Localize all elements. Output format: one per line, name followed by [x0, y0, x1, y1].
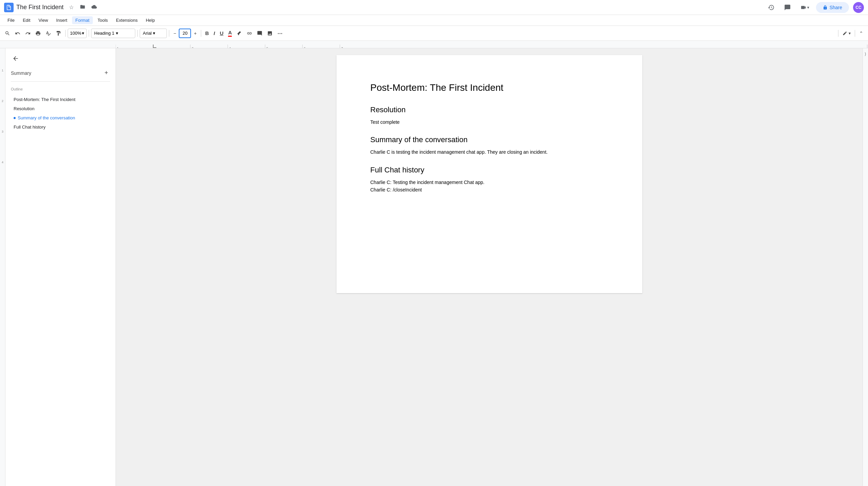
font-size-minus-button[interactable]: −: [171, 28, 178, 39]
outline-item-2[interactable]: Summary of the conversation: [11, 114, 110, 122]
underline-button[interactable]: U: [218, 28, 226, 39]
font-dropdown-icon: ▾: [153, 31, 155, 36]
outline-item-0[interactable]: Post-Mortem: The First Incident: [11, 95, 110, 104]
undo-button[interactable]: [13, 28, 22, 39]
sidebar: Summary + Outline Post-Mortem: The First…: [5, 48, 116, 486]
folder-button[interactable]: [79, 3, 87, 12]
title-icons: ☆: [68, 3, 98, 12]
left-ruler: 1 2 3 4: [0, 48, 5, 486]
share-label: Share: [830, 5, 842, 10]
menu-insert[interactable]: Insert: [53, 16, 71, 24]
sidebar-back-button[interactable]: [11, 54, 20, 63]
star-button[interactable]: ☆: [68, 3, 75, 12]
spellcheck-button[interactable]: [44, 28, 53, 39]
font-size-plus-button[interactable]: +: [192, 28, 198, 39]
outline-item-3-label: Full Chat history: [14, 124, 46, 130]
outline-item-2-label: Summary of the conversation: [18, 115, 75, 120]
svg-text:4: 4: [229, 47, 231, 49]
menu-file[interactable]: File: [4, 16, 18, 24]
font-size-input[interactable]: 20: [179, 29, 191, 38]
ruler: 1 2 3 4 5 6 7: [0, 41, 868, 48]
zoom-dropdown-icon: ▾: [82, 31, 84, 36]
paint-format-button[interactable]: [54, 28, 63, 39]
svg-text:7: 7: [341, 47, 343, 49]
menu-tools[interactable]: Tools: [94, 16, 111, 24]
divider-right: [838, 30, 838, 37]
svg-text:1: 1: [117, 47, 119, 49]
highlight-button[interactable]: [235, 28, 244, 39]
section-content-1: Charlie C is testing the incident manage…: [370, 148, 615, 156]
image-button[interactable]: [265, 28, 275, 39]
divider-4: [169, 30, 169, 37]
edit-mode-button[interactable]: ▾: [840, 28, 853, 39]
document-page[interactable]: Post-Mortem: The First Incident Resoluti…: [336, 55, 642, 293]
meet-dropdown: ▾: [807, 5, 809, 10]
italic-button[interactable]: I: [211, 28, 217, 39]
outline-item-1[interactable]: Resolution: [11, 104, 110, 113]
share-button[interactable]: Share: [816, 2, 849, 13]
menu-view[interactable]: View: [35, 16, 51, 24]
section-heading-0: Resolution: [370, 105, 615, 114]
svg-text:5: 5: [266, 47, 268, 49]
svg-text:3: 3: [192, 47, 193, 49]
divider-1: [65, 30, 66, 37]
comment-button[interactable]: [255, 28, 264, 39]
add-summary-button[interactable]: +: [102, 69, 110, 77]
divider-2: [89, 30, 89, 37]
meet-button[interactable]: ▾: [798, 1, 812, 14]
redo-button[interactable]: [23, 28, 33, 39]
summary-label: Summary: [11, 70, 31, 76]
collapse-right-button[interactable]: ⟩: [865, 52, 866, 56]
bold-button[interactable]: B: [203, 28, 211, 39]
font-size-value: 20: [183, 31, 187, 36]
search-button[interactable]: [3, 28, 12, 39]
cloud-button[interactable]: [90, 3, 98, 12]
toolbar: 100% ▾ Heading 1 ▾ Arial ▾ − 20 + B I U …: [0, 26, 868, 41]
avatar-initials: CC: [855, 5, 861, 10]
text-color-button[interactable]: A: [226, 28, 234, 39]
outline-label: Outline: [11, 87, 110, 91]
zoom-selector[interactable]: 100% ▾: [68, 29, 87, 38]
collapse-toolbar-button[interactable]: ⌃: [857, 28, 865, 39]
menu-bar: File Edit View Insert Format Tools Exten…: [0, 15, 868, 26]
zoom-value: 100%: [70, 31, 81, 36]
title-bar: The First Incident ☆ ▾ Share CC: [0, 0, 868, 15]
outline-item-3[interactable]: Full Chat history: [11, 123, 110, 131]
sidebar-divider: [11, 81, 110, 82]
doc-icon: [4, 3, 14, 12]
style-value: Heading 1: [94, 31, 114, 36]
text-color-icon: A: [228, 30, 232, 37]
divider-5: [201, 30, 201, 37]
right-panel: ⟩: [863, 48, 868, 486]
menu-format[interactable]: Format: [72, 16, 93, 24]
comments-toggle-button[interactable]: [781, 1, 794, 14]
print-button[interactable]: [33, 28, 43, 39]
document-title-heading: Post-Mortem: The First Incident: [370, 82, 615, 93]
menu-extensions[interactable]: Extensions: [112, 16, 141, 24]
font-value: Arial: [143, 31, 152, 36]
font-selector[interactable]: Arial ▾: [140, 29, 167, 38]
main-layout: 1 2 3 4 Summary + Outline Post-Mortem: T…: [0, 48, 868, 486]
summary-row: Summary +: [11, 69, 110, 77]
more-options-button[interactable]: ⋯: [275, 28, 284, 39]
history-button[interactable]: [765, 1, 777, 14]
divider-far-right: [855, 30, 855, 37]
outline-item-1-label: Resolution: [14, 106, 34, 111]
style-dropdown-icon: ▾: [116, 31, 118, 36]
outline-item-0-label: Post-Mortem: The First Incident: [14, 97, 75, 102]
menu-help[interactable]: Help: [142, 16, 158, 24]
header-right: ▾ Share CC: [765, 1, 864, 14]
link-button[interactable]: [245, 28, 254, 39]
document-area[interactable]: Post-Mortem: The First Incident Resoluti…: [116, 48, 863, 486]
section-content-0: Test complete: [370, 118, 615, 126]
section-heading-2: Full Chat history: [370, 166, 615, 174]
outline-list: Post-Mortem: The First Incident Resoluti…: [11, 95, 110, 131]
outline-active-dot: [14, 117, 16, 119]
user-avatar[interactable]: CC: [853, 2, 864, 13]
menu-edit[interactable]: Edit: [19, 16, 34, 24]
style-selector[interactable]: Heading 1 ▾: [91, 29, 135, 38]
section-heading-1: Summary of the conversation: [370, 135, 615, 144]
divider-3: [137, 30, 138, 37]
svg-text:6: 6: [304, 47, 306, 49]
document-title: The First Incident: [16, 4, 64, 11]
